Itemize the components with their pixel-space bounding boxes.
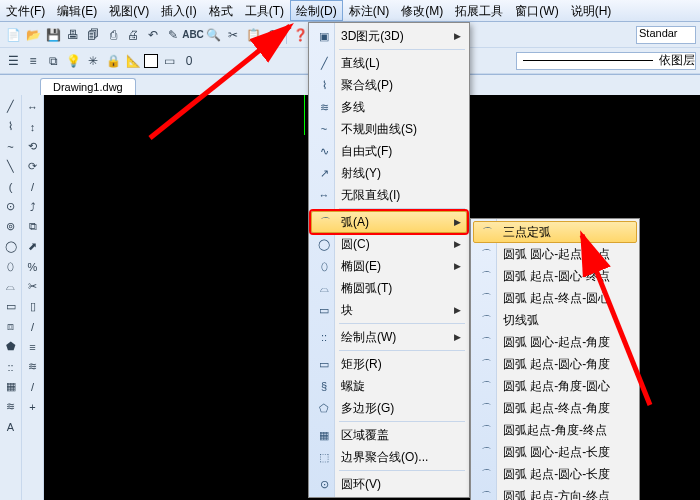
menu-item[interactable]: ↔无限直线(I) [311,184,467,206]
tool-button[interactable]: ⧉ [24,218,41,235]
toolbar-button[interactable]: ✂ [224,26,242,44]
tool-button[interactable]: ╱ [2,98,19,115]
toolbar-button[interactable]: 📋 [244,26,262,44]
menu-item[interactable]: ▭块▶ [311,299,467,321]
toolbar-button[interactable]: 🔒 [104,52,122,70]
layer-linetype-combo[interactable]: 依图层 [516,52,696,70]
toolbar-button[interactable]: 📂 [24,26,42,44]
menu-item[interactable]: ⌒圆弧 起点-终点-圆心 [473,287,637,309]
toolbar-button[interactable]: 🗐 [84,26,102,44]
tool-button[interactable]: ⬈ [24,238,41,255]
tool-button[interactable]: / [24,378,41,395]
menu-item[interactable]: ⌒圆弧 起点-圆心-长度 [473,463,637,485]
menu-编辑e[interactable]: 编辑(E) [51,0,103,21]
toolbar-button[interactable]: 🔍 [204,26,222,44]
menu-插入i[interactable]: 插入(I) [155,0,202,21]
toolbar-button[interactable]: 💾 [44,26,62,44]
toolbar-button[interactable]: ≡ [24,52,42,70]
menu-标注n[interactable]: 标注(N) [343,0,396,21]
tool-button[interactable]: ⤴ [24,198,41,215]
tool-button[interactable]: ▭ [2,298,19,315]
toolbar-button[interactable]: ▭ [160,52,178,70]
tool-button[interactable]: :: [2,358,19,375]
toolbar-button[interactable]: ☰ [4,52,22,70]
menu-item[interactable]: ⌒圆弧起点-角度-终点 [473,419,637,441]
menu-item[interactable]: ⊙圆环(V) [311,473,467,495]
menu-拓展工具[interactable]: 拓展工具 [449,0,509,21]
menu-item[interactable]: ⌒弧(A)▶ [311,211,467,233]
menu-item[interactable]: ⬠多边形(G) [311,397,467,419]
tool-button[interactable]: ⬟ [2,338,19,355]
menu-item[interactable]: ⬚边界聚合线(O)... [311,446,467,468]
menu-绘制d[interactable]: 绘制(D) [290,0,343,21]
tool-button[interactable]: ⧈ [2,318,19,335]
menu-文件f[interactable]: 文件(F) [0,0,51,21]
toolbar-button[interactable]: 0 [180,52,198,70]
menu-item[interactable]: ⌒圆弧 起点-方向-终点 [473,485,637,500]
tool-button[interactable]: / [24,178,41,195]
tool-button[interactable]: ╲ [2,158,19,175]
menu-item[interactable]: ⌒圆弧 圆心-起点-终点 [473,243,637,265]
toolbar-button[interactable]: 🗑 [264,26,282,44]
menu-工具t[interactable]: 工具(T) [239,0,290,21]
menu-item[interactable]: ≋多线 [311,96,467,118]
toolbar-button[interactable]: 📐 [124,52,142,70]
menu-item[interactable]: ⌒三点定弧 [473,221,637,243]
menu-item[interactable]: ╱直线(L) [311,52,467,74]
menu-item[interactable]: ~不规则曲线(S) [311,118,467,140]
toolbar-button[interactable]: 🖨 [124,26,142,44]
menu-item[interactable]: ::绘制点(W)▶ [311,326,467,348]
menu-item[interactable]: ⌓椭圆弧(T) [311,277,467,299]
menu-格式[interactable]: 格式 [203,0,239,21]
toolbar-button[interactable]: 🖶 [64,26,82,44]
menu-item[interactable]: ⌒圆弧 起点-终点-角度 [473,397,637,419]
tool-button[interactable]: ( [2,178,19,195]
menu-item[interactable]: ⌒圆弧 圆心-起点-角度 [473,331,637,353]
tool-button[interactable]: ⌓ [2,278,19,295]
menu-修改m[interactable]: 修改(M) [395,0,449,21]
menu-item[interactable]: ⌇聚合线(P) [311,74,467,96]
menu-item[interactable]: ↗射线(Y) [311,162,467,184]
tool-button[interactable]: ▯ [24,298,41,315]
menu-item[interactable]: §螺旋 [311,375,467,397]
tool-button[interactable]: ⊚ [2,218,19,235]
tool-button[interactable]: ≡ [24,338,41,355]
menu-item[interactable]: ⌒圆弧 起点-圆心-终点 [473,265,637,287]
menu-item[interactable]: ⌒切线弧 [473,309,637,331]
toolbar-button[interactable]: ABC [184,26,202,44]
tool-button[interactable]: / [24,318,41,335]
tool-button[interactable]: ◯ [2,238,19,255]
toolbar-button[interactable]: ✳ [84,52,102,70]
tool-button[interactable]: ≋ [24,358,41,375]
menu-item[interactable]: ◯圆(C)▶ [311,233,467,255]
tool-button[interactable]: ⟳ [24,158,41,175]
tool-button[interactable]: ↕ [24,118,41,135]
menu-窗口w[interactable]: 窗口(W) [509,0,564,21]
menu-item[interactable]: ▭矩形(R) [311,353,467,375]
menu-item[interactable]: ⌒圆弧 圆心-起点-长度 [473,441,637,463]
menu-说明h[interactable]: 说明(H) [565,0,618,21]
menu-item[interactable]: ⌒圆弧 起点-角度-圆心 [473,375,637,397]
menu-item[interactable]: ⌒圆弧 起点-圆心-角度 [473,353,637,375]
menu-视图v[interactable]: 视图(V) [103,0,155,21]
toolbar-button[interactable]: ❓ [291,26,309,44]
menu-item[interactable]: ▣3D图元(3D)▶ [311,25,467,47]
tool-button[interactable]: ⌇ [2,118,19,135]
tool-button[interactable]: + [24,398,41,415]
tool-button[interactable]: ↔ [24,98,41,115]
tool-button[interactable]: A [2,418,19,435]
toolbar-button[interactable]: ⧉ [44,52,62,70]
menu-item[interactable]: ∿自由式(F) [311,140,467,162]
toolbar-button[interactable]: 💡 [64,52,82,70]
tool-button[interactable]: ✂ [24,278,41,295]
menu-item[interactable]: ▦区域覆盖 [311,424,467,446]
menu-item[interactable]: ⬯椭圆(E)▶ [311,255,467,277]
tool-button[interactable]: ⟲ [24,138,41,155]
toolbar-button[interactable]: 📄 [4,26,22,44]
tool-button[interactable]: % [24,258,41,275]
toolbar-button[interactable]: ⎙ [104,26,122,44]
toolbar-button[interactable]: ↶ [144,26,162,44]
tool-button[interactable]: ~ [2,138,19,155]
text-style-combo[interactable]: Standar [636,26,696,44]
tool-button[interactable]: ⊙ [2,198,19,215]
